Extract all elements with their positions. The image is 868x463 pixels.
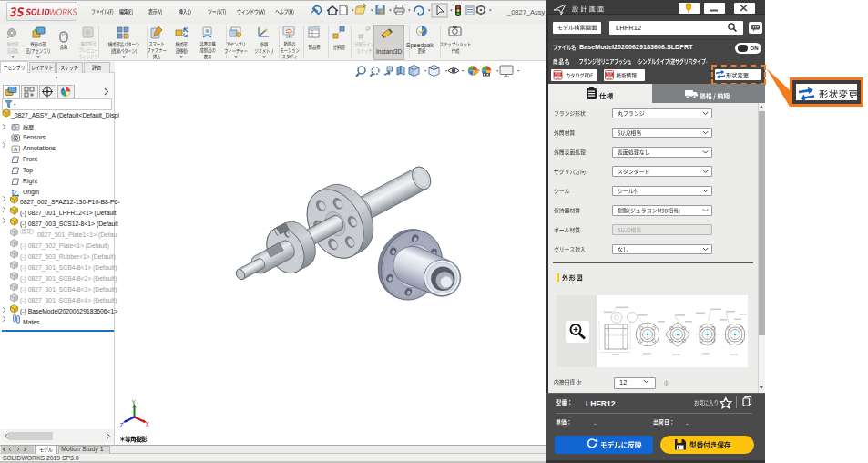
svg-text:X: X — [146, 421, 150, 427]
svg-text:A: A — [14, 147, 18, 152]
svg-text:PDF: PDF — [607, 73, 612, 77]
svg-text:Z: Z — [120, 422, 124, 428]
svg-text:Y: Y — [132, 399, 137, 406]
svg-text:PDF: PDF — [555, 73, 560, 77]
